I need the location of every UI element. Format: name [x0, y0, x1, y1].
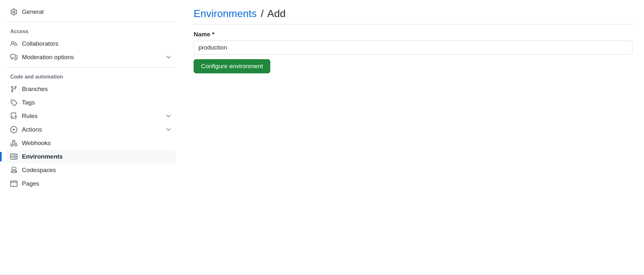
main-content: Environments / Add Name * Configure envi… — [182, 0, 644, 275]
sidebar-item-moderation[interactable]: Moderation options — [6, 50, 176, 64]
codespaces-icon — [10, 167, 17, 174]
sidebar-item-general[interactable]: General — [6, 5, 176, 19]
sidebar-heading-access: Access — [6, 25, 176, 37]
sidebar-item-pages[interactable]: Pages — [6, 177, 176, 190]
breadcrumb: Environments / Add — [194, 8, 632, 24]
divider — [6, 22, 176, 22]
sidebar-item-label: Collaborators — [22, 40, 172, 47]
sidebar-item-label: Environments — [22, 153, 172, 160]
settings-sidebar: General Access Collaborators Moderation … — [0, 0, 182, 275]
sidebar-item-label: Pages — [22, 180, 172, 187]
sidebar-item-label: Actions — [22, 126, 165, 133]
browser-icon — [10, 180, 17, 187]
sidebar-item-codespaces[interactable]: Codespaces — [6, 163, 176, 177]
sidebar-item-webhooks[interactable]: Webhooks — [6, 136, 176, 150]
breadcrumb-current: Add — [267, 8, 286, 19]
sidebar-item-label: General — [22, 8, 172, 15]
sidebar-item-tags[interactable]: Tags — [6, 96, 176, 109]
webhook-icon — [10, 140, 17, 147]
name-field-label: Name * — [194, 31, 632, 38]
breadcrumb-parent-link[interactable]: Environments — [194, 8, 257, 19]
sidebar-item-collaborators[interactable]: Collaborators — [6, 37, 176, 50]
sidebar-item-environments[interactable]: Environments — [6, 150, 176, 163]
chevron-down-icon — [165, 54, 172, 60]
sidebar-item-actions[interactable]: Actions — [6, 123, 176, 136]
sidebar-item-rules[interactable]: Rules — [6, 109, 176, 123]
sidebar-item-branches[interactable]: Branches — [6, 82, 176, 96]
gear-icon — [10, 8, 17, 15]
sidebar-item-label: Tags — [22, 99, 172, 106]
git-branch-icon — [10, 86, 17, 93]
sidebar-item-label: Codespaces — [22, 167, 172, 174]
sidebar-item-label: Rules — [22, 113, 165, 120]
breadcrumb-separator: / — [261, 8, 264, 19]
tag-icon — [10, 99, 17, 106]
repo-push-icon — [10, 113, 17, 120]
sidebar-item-label: Branches — [22, 86, 172, 93]
sidebar-item-label: Webhooks — [22, 140, 172, 147]
people-icon — [10, 40, 17, 47]
sidebar-item-label: Moderation options — [22, 54, 165, 61]
environment-name-input[interactable] — [194, 41, 632, 55]
sidebar-heading-code: Code and automation — [6, 71, 176, 82]
comment-discussion-icon — [10, 54, 17, 61]
divider — [6, 67, 176, 68]
play-circle-icon — [10, 126, 17, 133]
chevron-down-icon — [165, 113, 172, 119]
chevron-down-icon — [165, 126, 172, 133]
configure-environment-button[interactable]: Configure environment — [194, 59, 270, 73]
server-icon — [10, 153, 17, 160]
